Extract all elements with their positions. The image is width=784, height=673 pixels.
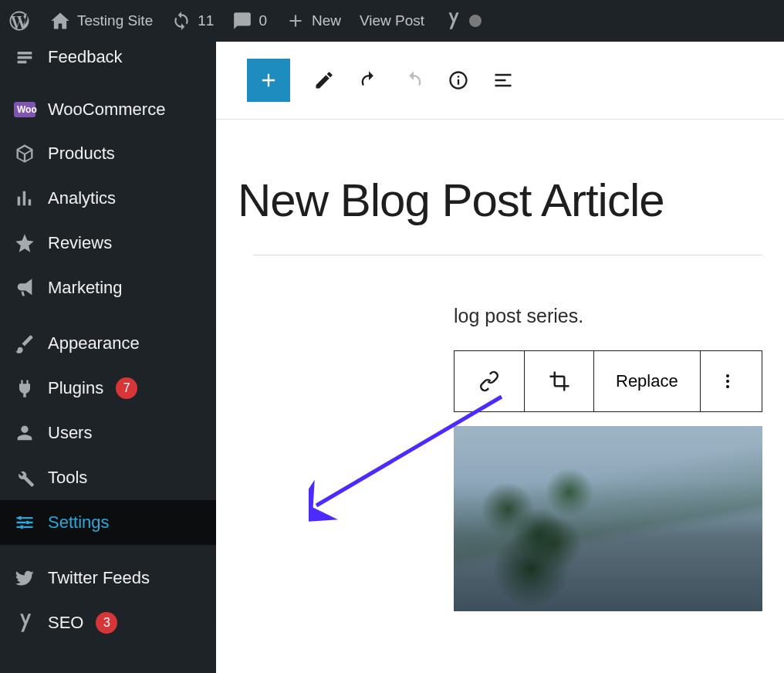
svg-point-8 bbox=[726, 385, 729, 388]
sidebar-item-reviews[interactable]: Reviews bbox=[0, 221, 216, 265]
post-title[interactable]: New Blog Post Article bbox=[238, 150, 762, 255]
sidebar-item-tools[interactable]: Tools bbox=[0, 455, 216, 500]
user-icon bbox=[14, 422, 35, 444]
excerpt-fragment[interactable]: log post series. bbox=[454, 305, 762, 327]
info-button[interactable] bbox=[448, 69, 469, 91]
site-name: Testing Site bbox=[77, 12, 153, 29]
wordpress-logo[interactable] bbox=[8, 9, 31, 32]
home-icon bbox=[49, 10, 71, 32]
plus-icon bbox=[258, 69, 279, 91]
svg-point-3 bbox=[19, 516, 22, 520]
sidebar-item-analytics[interactable]: Analytics bbox=[0, 176, 216, 221]
box-icon bbox=[14, 143, 35, 164]
twitter-icon bbox=[14, 567, 35, 589]
sidebar-item-appearance[interactable]: Appearance bbox=[0, 321, 216, 366]
editor-top-toolbar bbox=[216, 42, 784, 120]
image-tree-foreground bbox=[461, 441, 616, 611]
updates-count: 11 bbox=[198, 12, 214, 29]
sidebar-item-woocommerce[interactable]: Woo WooCommerce bbox=[0, 88, 216, 131]
info-icon bbox=[448, 69, 469, 91]
admin-top-bar: Testing Site 11 0 New View Post bbox=[0, 0, 784, 42]
crop-icon bbox=[548, 370, 571, 393]
tools-mode-button[interactable] bbox=[313, 69, 335, 91]
svg-rect-1 bbox=[18, 56, 32, 59]
redo-button[interactable] bbox=[403, 69, 424, 91]
yoast-seo-icon bbox=[14, 612, 35, 634]
image-replace-button[interactable]: Replace bbox=[593, 351, 700, 411]
yoast-status-dot bbox=[469, 15, 482, 27]
undo-button[interactable] bbox=[358, 69, 380, 91]
image-crop-button[interactable] bbox=[524, 351, 593, 411]
sliders-icon bbox=[14, 512, 35, 533]
redo-icon bbox=[403, 69, 424, 91]
admin-sidebar: Feedback Woo WooCommerce Products Analyt… bbox=[0, 42, 216, 673]
image-link-button[interactable] bbox=[455, 351, 524, 411]
plug-icon bbox=[14, 377, 35, 399]
list-view-icon bbox=[492, 69, 514, 91]
yoast-link[interactable] bbox=[443, 11, 482, 31]
wrench-icon bbox=[14, 467, 35, 489]
woo-icon: Woo bbox=[14, 102, 35, 117]
add-block-button[interactable] bbox=[247, 59, 290, 102]
sidebar-item-plugins[interactable]: Plugins 7 bbox=[0, 366, 216, 411]
block-editor: New Blog Post Article log post series. R… bbox=[216, 42, 784, 673]
comment-icon bbox=[232, 11, 252, 31]
sidebar-item-products[interactable]: Products bbox=[0, 131, 216, 176]
feedback-icon bbox=[14, 46, 35, 68]
svg-point-6 bbox=[726, 374, 729, 377]
post-content-area: New Blog Post Article log post series. R… bbox=[216, 120, 784, 611]
pencil-icon bbox=[313, 69, 335, 91]
link-icon bbox=[478, 370, 501, 393]
sidebar-item-users[interactable]: Users bbox=[0, 411, 216, 455]
sidebar-item-seo[interactable]: SEO 3 bbox=[0, 600, 216, 645]
svg-point-4 bbox=[25, 521, 29, 525]
sidebar-item-feedback[interactable]: Feedback bbox=[0, 42, 216, 73]
plus-icon bbox=[286, 11, 306, 31]
new-label: New bbox=[312, 12, 341, 29]
sidebar-item-twitter-feeds[interactable]: Twitter Feeds bbox=[0, 556, 216, 600]
new-link[interactable]: New bbox=[286, 11, 341, 31]
comments-link[interactable]: 0 bbox=[232, 11, 267, 31]
svg-point-5 bbox=[20, 526, 24, 529]
plugins-update-badge: 7 bbox=[116, 377, 137, 399]
refresh-icon bbox=[171, 11, 191, 31]
yoast-icon bbox=[443, 11, 463, 31]
title-separator bbox=[253, 255, 762, 255]
image-block-toolbar: Replace bbox=[454, 350, 762, 412]
sidebar-item-settings[interactable]: Settings bbox=[0, 500, 216, 545]
svg-point-7 bbox=[726, 380, 729, 383]
outline-button[interactable] bbox=[492, 69, 514, 91]
image-more-button[interactable] bbox=[700, 351, 755, 411]
updates-link[interactable]: 11 bbox=[171, 11, 214, 31]
sidebar-item-marketing[interactable]: Marketing bbox=[0, 265, 216, 310]
bar-chart-icon bbox=[14, 188, 35, 209]
comments-count: 0 bbox=[259, 12, 267, 29]
home-link[interactable]: Testing Site bbox=[49, 10, 153, 32]
brush-icon bbox=[14, 333, 35, 354]
svg-rect-0 bbox=[18, 52, 32, 55]
svg-rect-2 bbox=[18, 61, 27, 64]
more-vertical-icon bbox=[718, 372, 737, 391]
view-post-link[interactable]: View Post bbox=[360, 12, 424, 29]
star-icon bbox=[14, 232, 35, 254]
featured-image[interactable] bbox=[454, 426, 762, 611]
seo-notif-badge: 3 bbox=[96, 612, 117, 634]
undo-icon bbox=[358, 69, 380, 91]
megaphone-icon bbox=[14, 277, 35, 299]
